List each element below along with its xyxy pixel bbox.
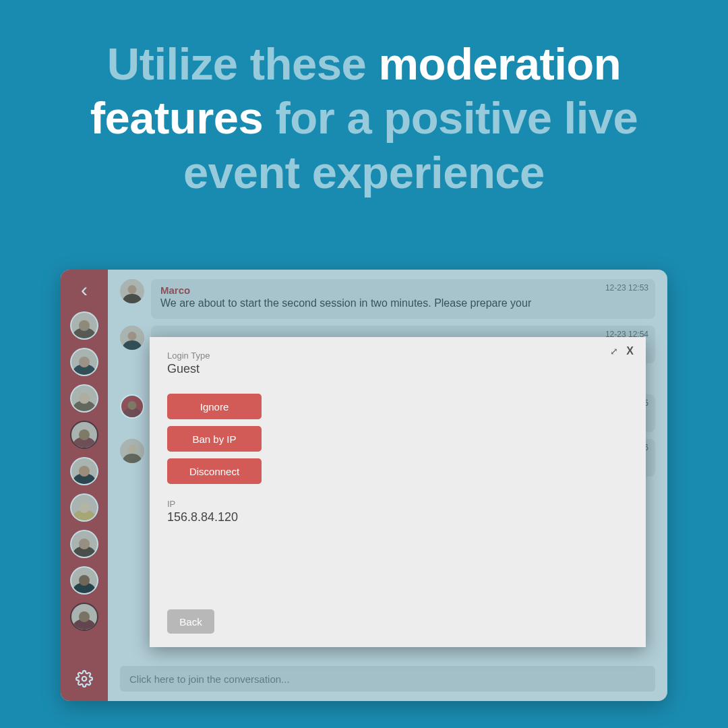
chat-message: Marco 12-23 12:53 We are about to start … <box>120 279 655 319</box>
avatar[interactable] <box>70 384 98 413</box>
message-bubble: Marco 12-23 12:53 We are about to start … <box>151 279 655 319</box>
message-body: We are about to start the second session… <box>160 297 646 309</box>
login-type-value: Guest <box>167 362 628 376</box>
avatar[interactable] <box>70 421 98 449</box>
chevron-left-icon: ‹ <box>81 278 88 301</box>
avatar[interactable] <box>70 311 98 340</box>
back-button[interactable]: Back <box>167 609 214 634</box>
input-placeholder: Click here to join the conversation... <box>129 673 290 685</box>
headline-part1: Utilize these <box>107 38 379 89</box>
login-type-label: Login Type <box>167 351 628 361</box>
message-input[interactable]: Click here to join the conversation... <box>120 666 655 692</box>
moderation-actions: Ignore Ban by IP Disconnect <box>167 394 628 484</box>
ban-by-ip-button[interactable]: Ban by IP <box>167 426 262 452</box>
ip-value: 156.8.84.120 <box>167 510 628 524</box>
expand-icon[interactable]: ⤢ <box>610 346 617 357</box>
svg-point-0 <box>82 677 87 681</box>
user-sidebar: ‹ <box>61 270 108 701</box>
avatar[interactable] <box>70 493 98 522</box>
close-icon[interactable]: X <box>626 345 634 357</box>
message-avatar[interactable] <box>120 279 144 303</box>
back-chevron-icon[interactable]: ‹ <box>71 276 98 303</box>
message-avatar[interactable] <box>120 394 144 419</box>
avatar[interactable] <box>70 457 98 485</box>
settings-gear-icon[interactable] <box>75 670 93 690</box>
message-author: Marco <box>160 284 646 296</box>
message-avatar[interactable] <box>120 326 144 350</box>
message-timestamp: 12-23 12:53 <box>605 283 648 293</box>
avatar[interactable] <box>70 530 98 558</box>
ip-label: IP <box>167 499 628 509</box>
avatar[interactable] <box>70 348 98 376</box>
avatar[interactable] <box>70 603 98 631</box>
page-headline: Utilize these moderation features for a … <box>61 37 667 200</box>
moderation-modal: ⤢ X Login Type Guest Ignore Ban by IP Di… <box>150 337 646 647</box>
message-avatar[interactable] <box>120 439 144 463</box>
avatar[interactable] <box>70 566 98 595</box>
disconnect-button[interactable]: Disconnect <box>167 458 262 484</box>
ignore-button[interactable]: Ignore <box>167 394 262 419</box>
